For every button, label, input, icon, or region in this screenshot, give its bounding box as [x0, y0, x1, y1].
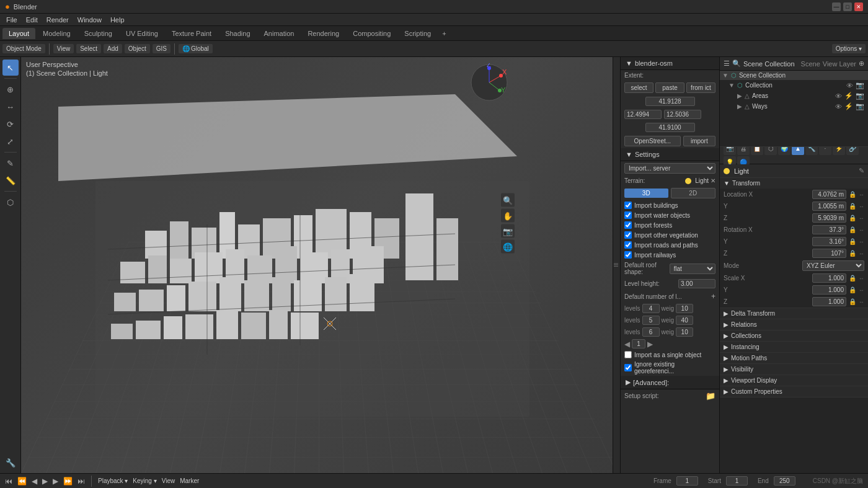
levels-next-button[interactable]: ▶ [647, 340, 653, 348]
ways-render-icon[interactable]: 📷 [856, 102, 864, 110]
gis-menu-button[interactable]: GIS [153, 44, 170, 53]
props-tab-render[interactable]: 📷 [724, 147, 736, 155]
advanced-header[interactable]: ▶ [Advanced]: [621, 376, 719, 389]
ws-tab-scripting[interactable]: Scripting [398, 28, 437, 39]
coord3-input[interactable] [664, 110, 701, 119]
options-button[interactable]: Options ▾ [832, 44, 866, 53]
location-x-lock[interactable]: 🔒 [848, 191, 857, 198]
import-forests-checkbox[interactable] [624, 221, 632, 229]
menu-render[interactable]: Render [43, 15, 73, 25]
props-tab-scene[interactable]: ⬡ [764, 147, 777, 155]
scale-z-lock[interactable]: 🔒 [848, 298, 857, 305]
settings-header[interactable]: ▼ Settings [621, 148, 719, 161]
rotation-x-lock[interactable]: 🔒 [848, 226, 857, 233]
tool-select[interactable]: ↖ [2, 60, 19, 76]
viewport-tool-1[interactable]: 🔍 [501, 193, 515, 207]
location-y-input[interactable] [812, 202, 846, 211]
tool-add[interactable]: ⬡ [2, 194, 19, 210]
ws-tab-modeling[interactable]: Modeling [37, 28, 77, 39]
levels-val2-3[interactable] [676, 327, 693, 337]
openstreet-button[interactable]: OpenStreet... [624, 136, 681, 146]
ways-vis-icon[interactable]: 👁 [835, 103, 842, 110]
scale-z-input[interactable] [812, 297, 846, 306]
areas-render-icon[interactable]: 📷 [856, 92, 864, 100]
ways-restrict-icon[interactable]: ⚡ [844, 102, 853, 110]
areas-restrict-icon[interactable]: ⚡ [844, 92, 853, 100]
ws-tab-sculpting[interactable]: Sculpting [78, 28, 118, 39]
tool-cursor[interactable]: ⊕ [2, 81, 19, 97]
outline-row-areas[interactable]: ▶ △ Areas 👁 ⚡ 📷 [720, 91, 868, 101]
coord4-input[interactable] [645, 123, 695, 132]
viewport-sidebar-toggle[interactable]: ||| [613, 57, 620, 473]
viewport-camera[interactable]: 📷 [501, 224, 515, 238]
transform-section-header[interactable]: ▼ Transform [720, 178, 868, 189]
marker-label[interactable]: Marker [180, 477, 199, 484]
start-input[interactable] [726, 476, 748, 486]
keying-label[interactable]: Keying ▾ [133, 477, 156, 484]
visibility-header[interactable]: ▶ Visibility [720, 364, 868, 375]
timeline-prev-keyframe[interactable]: ⏪ [17, 477, 27, 486]
scale-y-input[interactable] [812, 285, 846, 295]
levels-val1-1[interactable] [642, 304, 660, 313]
props-tab-world[interactable]: 🌍 [778, 147, 790, 155]
ws-tab-animation[interactable]: Animation [258, 28, 301, 39]
location-z-input[interactable] [812, 213, 846, 223]
roof-select[interactable]: flat [670, 264, 716, 274]
props-tab-output[interactable]: 🖨 [737, 147, 750, 155]
levels-nav-input[interactable] [632, 339, 645, 348]
global-button[interactable]: 🌐 Global [179, 44, 213, 53]
scale-x-input[interactable] [812, 273, 846, 283]
custom-properties-header[interactable]: ▶ Custom Properties [720, 386, 868, 397]
osm-from-ict-button[interactable]: from ict [686, 82, 715, 93]
viewport-render[interactable]: 🌐 [501, 240, 515, 254]
object-name-edit-button[interactable]: ✎ [859, 167, 864, 175]
playback-label[interactable]: Playback ▾ [98, 477, 128, 484]
import-server-select[interactable]: Import... server [624, 163, 715, 174]
tool-extra[interactable]: 🔧 [2, 455, 19, 471]
level-height-input[interactable] [678, 279, 715, 288]
close-button[interactable]: ✕ [854, 2, 863, 11]
import-buildings-checkbox[interactable] [624, 202, 632, 209]
osm-panel-header[interactable]: ▼ blender-osm [621, 57, 719, 70]
end-input[interactable] [774, 476, 795, 486]
props-tab-view-layer[interactable]: 📋 [751, 147, 763, 155]
levels-val2-1[interactable] [676, 304, 693, 313]
levels-val1-3[interactable] [642, 327, 660, 337]
mode-select[interactable]: XYZ Euler [802, 260, 864, 271]
minimize-button[interactable]: — [832, 2, 841, 11]
outline-icon-1[interactable]: ☰ [724, 60, 730, 68]
osm-import-button[interactable]: import [683, 136, 715, 146]
rotation-z-lock[interactable]: 🔒 [848, 250, 857, 257]
levels-val1-2[interactable] [642, 316, 660, 325]
terrain-clear-button[interactable]: ✕ [711, 177, 715, 184]
import-railways-checkbox[interactable] [624, 251, 632, 259]
viewport-tool-2[interactable]: ✋ [501, 209, 515, 223]
import-single-checkbox[interactable] [624, 351, 632, 358]
levels-val2-2[interactable] [676, 316, 693, 325]
props-tab-modifier[interactable]: 🔧 [805, 147, 818, 155]
ws-tab-layout[interactable]: Layout [2, 28, 35, 39]
timeline-next-frame[interactable]: ▶ [53, 477, 58, 486]
frame-current-input[interactable] [676, 476, 698, 486]
select-menu-button[interactable]: Select [76, 44, 101, 53]
mode-3d-button[interactable]: 3D [624, 189, 668, 198]
outline-row-ways[interactable]: ▶ △ Ways 👁 ⚡ 📷 [720, 101, 868, 112]
object-mode-button[interactable]: Object Mode [2, 44, 45, 53]
location-z-lock[interactable]: 🔒 [848, 215, 857, 221]
menu-file[interactable]: File [2, 15, 21, 25]
import-vegetation-checkbox[interactable] [624, 231, 632, 239]
outline-icon-2[interactable]: 🔍 [732, 60, 741, 68]
props-tab-physics[interactable]: ⚡ [833, 147, 845, 155]
props-tab-particles[interactable]: · [819, 147, 831, 155]
collection-render-icon[interactable]: 📷 [856, 81, 864, 89]
import-water-checkbox[interactable] [624, 211, 632, 219]
instancing-header[interactable]: ▶ Instancing [720, 342, 868, 352]
coord1-input[interactable] [645, 97, 695, 106]
ws-tab-uv-editing[interactable]: UV Editing [120, 28, 164, 39]
object-menu-button[interactable]: Object [125, 44, 150, 53]
motion-paths-header[interactable]: ▶ Motion Paths [720, 353, 868, 363]
viewport-display-header[interactable]: ▶ Viewport Display [720, 375, 868, 386]
outline-filter-icon[interactable]: ⊕ [859, 60, 864, 68]
menu-window[interactable]: Window [74, 15, 105, 25]
tool-scale[interactable]: ⤢ [2, 133, 19, 149]
